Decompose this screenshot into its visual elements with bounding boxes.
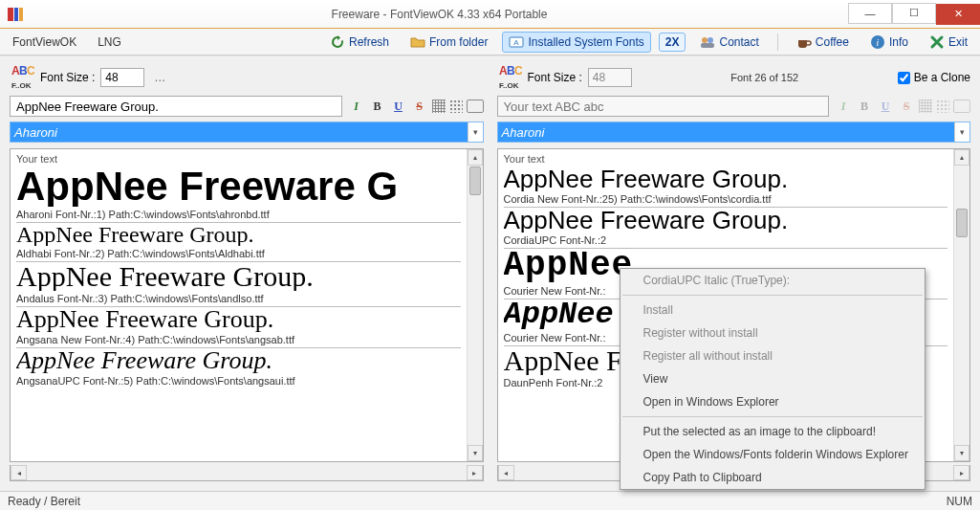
- svg-text:A: A: [514, 38, 520, 47]
- status-bar: Ready / Bereit NUM: [0, 491, 980, 510]
- ctx-copy-path[interactable]: Copy Path to Clipboard: [621, 466, 925, 489]
- font-sample[interactable]: AppNee Freeware Group.: [16, 223, 461, 246]
- refresh-button[interactable]: Refresh: [323, 32, 396, 53]
- font-meta: Andalus Font-Nr.:3) Path:C:\windows\Font…: [16, 291, 461, 307]
- coffee-label: Coffee: [816, 35, 849, 49]
- horizontal-scrollbar-left[interactable]: ◂ ▸: [10, 465, 484, 481]
- system-fonts-icon: A: [509, 34, 524, 50]
- ctx-header: CordiaUPC Italic (TrueType):: [621, 269, 925, 292]
- scroll-left-button[interactable]: ◂: [11, 465, 27, 480]
- font-selector-text: Aharoni: [11, 122, 468, 142]
- svg-text:F..OK: F..OK: [499, 81, 519, 90]
- refresh-label: Refresh: [349, 35, 389, 49]
- font-meta: AngsanaUPC Font-Nr.:5) Path:C:\windows\F…: [16, 373, 461, 388]
- contact-button[interactable]: Contact: [693, 32, 765, 53]
- font-sample[interactable]: AppNee Freeware Group.: [16, 262, 461, 291]
- font-selector-right[interactable]: Aharoni ▾: [497, 122, 971, 143]
- chevron-down-icon[interactable]: ▾: [468, 122, 483, 142]
- ctx-divider: [622, 295, 923, 296]
- menu-fontviewok[interactable]: FontViewOK: [6, 33, 83, 52]
- from-folder-label: From folder: [429, 35, 488, 49]
- font-meta: Aharoni Font-Nr.:1) Path:C:\windows\Font…: [16, 207, 461, 223]
- svg-point-5: [702, 37, 708, 43]
- vertical-scrollbar-left[interactable]: ▴ ▾: [467, 149, 483, 461]
- ctx-install[interactable]: Install: [621, 299, 925, 322]
- contact-icon: [700, 34, 715, 50]
- color-grid-button[interactable]: [432, 100, 446, 113]
- italic-button[interactable]: I: [348, 98, 365, 115]
- ctx-divider: [622, 416, 923, 417]
- more-dots[interactable]: …: [150, 71, 169, 84]
- font-selector-left[interactable]: Aharoni ▾: [10, 122, 484, 143]
- clone-check-input[interactable]: [898, 72, 910, 84]
- svg-text:i: i: [877, 37, 880, 48]
- svg-rect-0: [8, 8, 13, 21]
- font-list-inner-left[interactable]: Your text AppNee Freeware GAharoni Font-…: [11, 149, 467, 461]
- underline-button[interactable]: U: [390, 98, 407, 115]
- svg-point-6: [708, 37, 713, 43]
- strike-button[interactable]: S: [411, 98, 428, 115]
- scroll-up-button[interactable]: ▴: [468, 149, 483, 166]
- scroll-right-button[interactable]: ▸: [953, 465, 969, 480]
- minimize-button[interactable]: —: [848, 3, 892, 24]
- ctx-open-fonts-folder[interactable]: Open the Windows/Fonts folderin Windows …: [621, 443, 925, 466]
- installed-fonts-button[interactable]: A Installed System Fonts: [502, 32, 650, 53]
- right-panel: ABCF..OK Font Size : Font 26 of 152 Be a…: [493, 61, 975, 485]
- close-button[interactable]: ✕: [936, 4, 980, 25]
- format-bar-left: I B U S: [348, 98, 484, 115]
- font-meta: Cordia New Font-Nr.:25) Path:C:\windows\…: [504, 191, 948, 208]
- vertical-scrollbar-right[interactable]: ▴ ▾: [953, 149, 969, 461]
- font-sample[interactable]: AppNee Freeware Group.: [16, 307, 461, 332]
- titlebar: Freeware - FontViewOK 4.33 x64 Portable …: [0, 0, 980, 29]
- italic-button: I: [835, 98, 852, 115]
- scroll-down-button[interactable]: ▾: [954, 445, 969, 461]
- scroll-down-button[interactable]: ▾: [468, 445, 483, 461]
- window-title: Freeware - FontViewOK 4.33 x64 Portable: [31, 8, 848, 21]
- be-a-clone-checkbox[interactable]: Be a Clone: [898, 71, 970, 84]
- ctx-register-without-install[interactable]: Register without install: [621, 322, 925, 344]
- exit-button[interactable]: Exit: [923, 32, 974, 53]
- scroll-right-button[interactable]: ▸: [467, 465, 483, 480]
- from-folder-button[interactable]: From folder: [403, 32, 494, 53]
- svg-text:C: C: [514, 64, 522, 78]
- font-count-label: Font 26 of 152: [730, 72, 798, 83]
- scroll-thumb[interactable]: [469, 166, 481, 195]
- ctx-register-all-without-install[interactable]: Register all without install: [621, 344, 925, 367]
- font-selector-text: Aharoni: [498, 122, 955, 142]
- exit-label: Exit: [948, 35, 968, 49]
- ctx-put-image-clipboard[interactable]: Put the selected as an image to the clip…: [621, 420, 925, 443]
- bg-color-button: [936, 100, 949, 113]
- print-button: [953, 100, 970, 113]
- font-size-input[interactable]: [100, 68, 144, 87]
- info-label: Info: [889, 35, 908, 49]
- ctx-view[interactable]: View: [621, 367, 925, 390]
- bold-button[interactable]: B: [369, 98, 386, 115]
- font-sample[interactable]: AppNee Freeware Group.: [16, 348, 461, 373]
- maximize-button[interactable]: ☐: [892, 3, 936, 24]
- your-text-header: Your text: [16, 151, 461, 166]
- two-x-button[interactable]: 2X: [659, 33, 686, 52]
- scroll-left-button[interactable]: ◂: [498, 465, 514, 480]
- svg-rect-2: [19, 8, 23, 21]
- font-sample[interactable]: AppNee Freeware Group.: [504, 208, 948, 233]
- font-sample[interactable]: AppNee Freeware Group.: [504, 166, 948, 191]
- scroll-thumb[interactable]: [956, 209, 968, 237]
- print-button[interactable]: [467, 100, 484, 113]
- coffee-button[interactable]: Coffee: [790, 32, 856, 53]
- window-controls: — ☐ ✕: [848, 4, 980, 25]
- sample-text-input[interactable]: [10, 96, 342, 117]
- ctx-open-explorer[interactable]: Open in Windows Explorer: [621, 390, 925, 413]
- svg-rect-7: [701, 43, 714, 48]
- bg-color-button[interactable]: [449, 100, 463, 113]
- info-button[interactable]: i Info: [863, 32, 915, 53]
- strike-button: S: [898, 98, 915, 115]
- chevron-down-icon[interactable]: ▾: [954, 122, 969, 142]
- exit-icon: [929, 34, 945, 50]
- menu-lng[interactable]: LNG: [91, 33, 128, 52]
- svg-text:C: C: [27, 64, 34, 78]
- svg-rect-1: [14, 8, 18, 21]
- clone-label: Be a Clone: [914, 71, 970, 84]
- font-sample[interactable]: AppNee Freeware G: [16, 166, 461, 207]
- scroll-up-button[interactable]: ▴: [954, 149, 969, 166]
- panel-logo-left: ABCF..OK: [10, 63, 34, 92]
